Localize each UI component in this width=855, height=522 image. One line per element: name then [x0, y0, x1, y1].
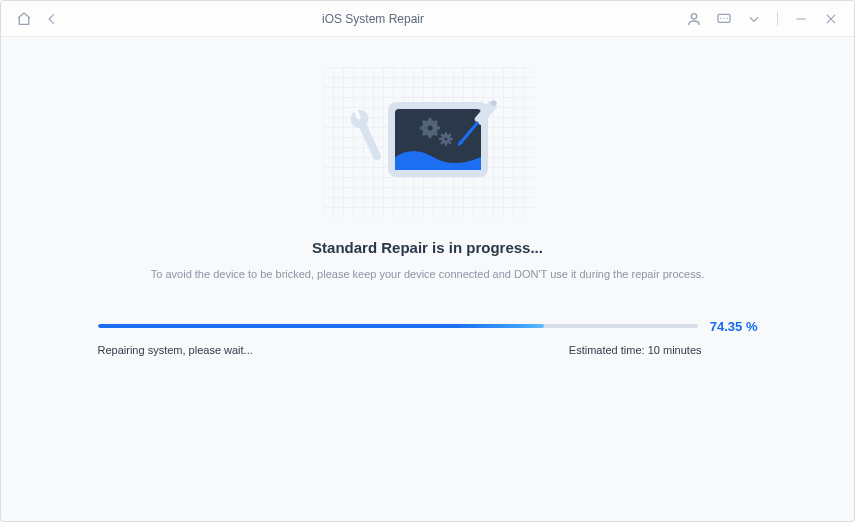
- svg-point-12: [427, 126, 432, 131]
- progress-percent: 74.35 %: [710, 319, 758, 334]
- titlebar-divider: [777, 12, 778, 26]
- feedback-icon[interactable]: [715, 10, 733, 28]
- window-title: iOS System Repair: [61, 12, 685, 26]
- repair-illustration: [323, 67, 533, 217]
- svg-point-18: [444, 138, 447, 141]
- progress-section: 74.35 % Repairing system, please wait...…: [98, 319, 758, 356]
- back-icon[interactable]: [43, 10, 61, 28]
- progress-bar: [98, 324, 698, 328]
- progress-status: Repairing system, please wait...: [98, 344, 253, 356]
- progress-heading: Standard Repair is in progress...: [312, 239, 543, 256]
- svg-point-0: [691, 13, 696, 18]
- progress-fill: [98, 324, 544, 328]
- device-repair-icon: [338, 77, 518, 207]
- main-content: Standard Repair is in progress... To avo…: [1, 37, 854, 356]
- user-icon[interactable]: [685, 10, 703, 28]
- titlebar: iOS System Repair: [1, 1, 854, 37]
- progress-meta: Repairing system, please wait... Estimat…: [98, 344, 758, 356]
- minimize-icon[interactable]: [792, 10, 810, 28]
- home-icon[interactable]: [15, 10, 33, 28]
- titlebar-nav-left: [15, 10, 61, 28]
- progress-subtext: To avoid the device to be bricked, pleas…: [151, 266, 704, 283]
- close-icon[interactable]: [822, 10, 840, 28]
- progress-row: 74.35 %: [98, 319, 758, 334]
- chevron-down-icon[interactable]: [745, 10, 763, 28]
- titlebar-nav-right: [685, 10, 840, 28]
- progress-eta: Estimated time: 10 minutes: [569, 344, 702, 356]
- svg-rect-3: [358, 122, 382, 162]
